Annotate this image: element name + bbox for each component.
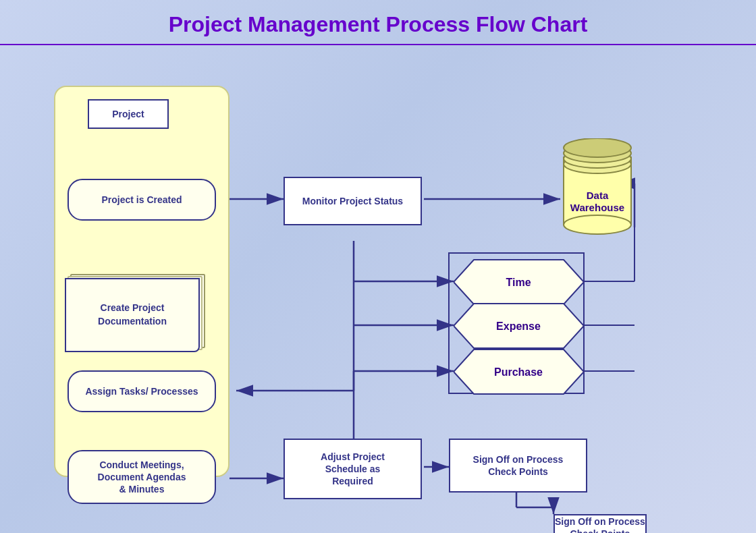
svg-text:Time: Time (506, 277, 531, 288)
svg-point-32 (564, 138, 631, 157)
svg-text:Data: Data (587, 190, 609, 201)
monitor-project-node: Monitor Project Status (284, 177, 422, 225)
time-hex-node: Time (454, 258, 584, 306)
purchase-hex-node: Purchase (454, 348, 584, 395)
diagram-area: Project Project is Created Create Projec… (0, 45, 756, 533)
create-doc-main: Create ProjectDocumentation (65, 278, 200, 352)
svg-point-28 (564, 215, 631, 234)
conduct-meetings-node: Conduct Meetings,Document Agendas& Minut… (68, 450, 216, 504)
assign-tasks-node: Assign Tasks/ Processes (68, 370, 216, 412)
svg-text:Warehouse: Warehouse (570, 202, 624, 213)
svg-text:Expense: Expense (496, 320, 541, 332)
create-doc-node: Create ProjectDocumentation (65, 278, 213, 359)
adjust-schedule-node: Adjust ProjectSchedule asRequired (284, 439, 422, 499)
svg-text:Purchase: Purchase (494, 366, 543, 378)
expense-hex-node: Expense (454, 302, 584, 349)
sign-off-2-node: Sign Off on ProcessCheck Points (554, 514, 647, 533)
sign-off-1-node: Sign Off on ProcessCheck Points (449, 439, 587, 493)
page-title: Project Management Process Flow Chart (0, 0, 756, 45)
lane-title: Project (88, 99, 169, 129)
data-warehouse-node: Data Warehouse (560, 138, 634, 240)
project-created-node: Project is Created (68, 179, 216, 221)
